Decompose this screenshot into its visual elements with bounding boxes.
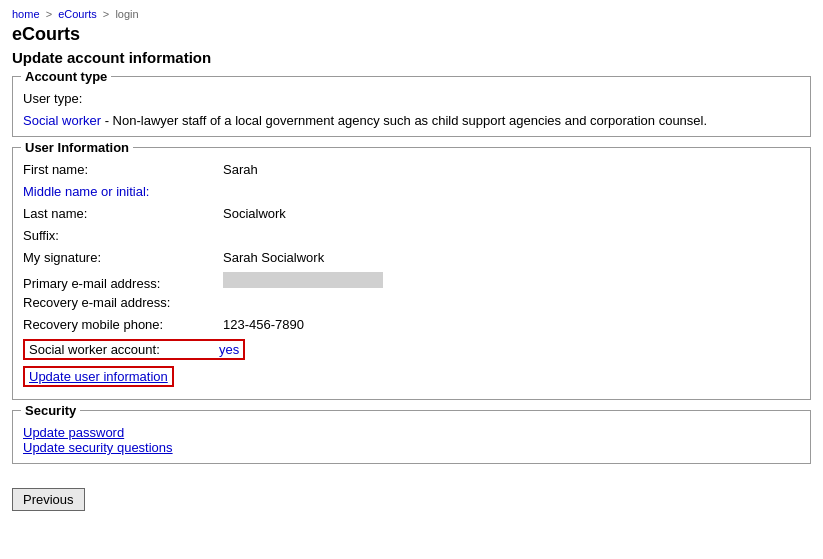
update-user-link-wrapper: Update user information: [23, 366, 800, 391]
app-title: eCourts: [12, 24, 811, 45]
social-worker-link[interactable]: Social worker: [23, 113, 101, 128]
account-type-legend: Account type: [21, 69, 111, 84]
update-user-link-box: Update user information: [23, 366, 174, 387]
security-section: Security Update password Update security…: [12, 410, 811, 464]
page-title: Update account information: [12, 49, 811, 66]
user-type-value: Social worker - Non-lawyer staff of a lo…: [23, 113, 800, 128]
suffix-row: Suffix:: [23, 228, 800, 246]
breadcrumb: home > eCourts > login: [12, 8, 811, 20]
update-security-questions-row: Update security questions: [23, 440, 800, 455]
social-worker-highlighted-row: Social worker account: yes: [23, 339, 245, 360]
suffix-label: Suffix:: [23, 228, 223, 243]
signature-value: Sarah Socialwork: [223, 250, 324, 265]
security-legend: Security: [21, 403, 80, 418]
first-name-label: First name:: [23, 162, 223, 177]
social-worker-account-value: yes: [219, 342, 239, 357]
page-wrapper: home > eCourts > login eCourts Update ac…: [0, 0, 823, 519]
user-type-description: - Non-lawyer staff of a local government…: [101, 113, 707, 128]
update-user-info-link[interactable]: Update user information: [29, 369, 168, 384]
user-info-content: First name: Sarah Middle name or initial…: [23, 162, 800, 391]
recovery-phone-value: 123-456-7890: [223, 317, 304, 332]
social-worker-row-wrapper: Social worker account: yes: [23, 339, 800, 362]
breadcrumb-login: login: [115, 8, 138, 20]
user-info-section: User Information First name: Sarah Middl…: [12, 147, 811, 400]
last-name-row: Last name: Socialwork: [23, 206, 800, 224]
update-password-link[interactable]: Update password: [23, 425, 124, 440]
primary-email-value: [223, 272, 383, 288]
recovery-phone-row: Recovery mobile phone: 123-456-7890: [23, 317, 800, 335]
middle-name-label: Middle name or initial:: [23, 184, 223, 199]
recovery-email-row: Recovery e-mail address:: [23, 295, 800, 313]
first-name-value: Sarah: [223, 162, 258, 177]
user-info-legend: User Information: [21, 140, 133, 155]
social-worker-account-label: Social worker account:: [29, 342, 219, 357]
middle-name-row: Middle name or initial:: [23, 184, 800, 202]
last-name-label: Last name:: [23, 206, 223, 221]
update-password-row: Update password: [23, 425, 800, 440]
last-name-value: Socialwork: [223, 206, 286, 221]
recovery-email-label: Recovery e-mail address:: [23, 295, 223, 310]
recovery-phone-label: Recovery mobile phone:: [23, 317, 223, 332]
update-security-questions-link[interactable]: Update security questions: [23, 440, 173, 455]
primary-email-row: Primary e-mail address:: [23, 272, 800, 291]
breadcrumb-ecourts[interactable]: eCourts: [58, 8, 97, 20]
user-type-label: User type:: [23, 91, 223, 106]
first-name-row: First name: Sarah: [23, 162, 800, 180]
account-type-content: User type: Social worker - Non-lawyer st…: [23, 91, 800, 128]
signature-row: My signature: Sarah Socialwork: [23, 250, 800, 268]
signature-label: My signature:: [23, 250, 223, 265]
breadcrumb-home[interactable]: home: [12, 8, 40, 20]
previous-button[interactable]: Previous: [12, 488, 85, 511]
account-type-section: Account type User type: Social worker - …: [12, 76, 811, 137]
security-content: Update password Update security question…: [23, 425, 800, 455]
primary-email-label: Primary e-mail address:: [23, 276, 223, 291]
user-type-row: User type:: [23, 91, 800, 109]
